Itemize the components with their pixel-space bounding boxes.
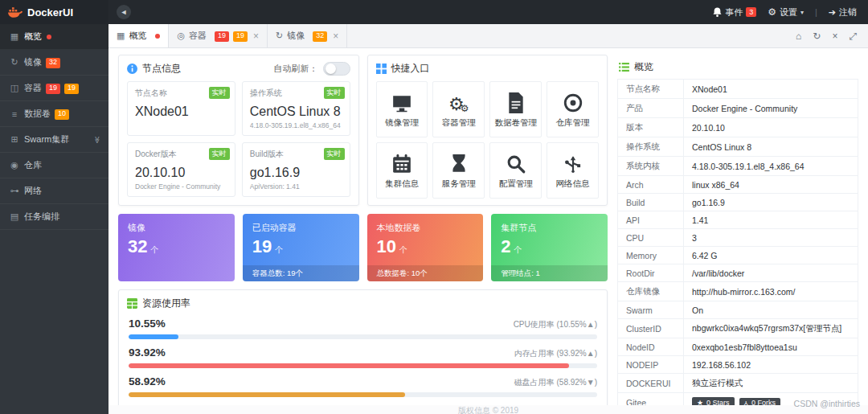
overview-row: API1.41 — [618, 211, 858, 229]
overview-row: DOCKERUI独立运行模式 — [618, 374, 858, 393]
overview-row-key: DOCKERUI — [618, 374, 684, 393]
sidebar-item-swarm[interactable]: ⊞ Swarm集群 ≫ — [0, 127, 108, 153]
tab-images[interactable]: ↻ 镜像 32 × — [268, 24, 347, 47]
tab-overview[interactable]: ▦ 概览 — [108, 24, 169, 47]
node-field-os: 操作系统 实时 CentOS Linux 8 4.18.0-305.19.1.e… — [242, 81, 350, 136]
home-icon[interactable]: ⌂ — [796, 31, 801, 42]
overview-row-key: RootDir — [618, 264, 684, 282]
card-title: 资源使用率 — [142, 297, 190, 310]
sidebar-item-registry[interactable]: ◉ 仓库 — [0, 153, 108, 178]
tab-bar: ▦ 概览 ◎ 容器 1919 × ↻ 镜像 32 × ⌂ ↻ × ⤢ — [108, 24, 868, 48]
watermark: CSDN @inthirties — [794, 399, 860, 408]
gear-icon: ⚙ — [768, 7, 776, 17]
realtime-badge: 实时 — [209, 87, 230, 99]
overview-row-value: 20.10.10 — [684, 118, 858, 137]
tab-label: 概览 — [129, 30, 146, 42]
overview-row-key: 节点名称 — [618, 80, 684, 99]
overview-row-value: 3 — [684, 229, 858, 247]
overview-row: ClusterIDnbgwrkc0ixa4wkq57rgrsm37x[管理节点] — [618, 319, 858, 338]
overview-row-key: 系统内核 — [618, 157, 684, 176]
overview-row-key: 产品 — [618, 99, 684, 118]
caret-down-icon: ▾ — [800, 9, 804, 16]
sidebar-item-label: 任务编排 — [24, 211, 59, 223]
auto-refresh-toggle[interactable] — [323, 62, 350, 76]
node-info-card: 节点信息 自动刷新： 节点名称 实时 XNode01 操作系统 — [118, 55, 359, 206]
overview-row: RootDir/var/lib/docker — [618, 264, 858, 282]
table-icon — [127, 298, 137, 309]
overview-row: NODEIP192.168.56.102 — [618, 356, 858, 374]
card-title: 快捷入口 — [391, 62, 430, 76]
sidebar-item-volumes[interactable]: ≡ 数据卷 10 — [0, 101, 108, 127]
fullscreen-icon[interactable]: ⤢ — [849, 31, 857, 42]
overview-row: CPU3 — [618, 229, 858, 247]
sidebar-item-label: 数据卷 — [24, 108, 51, 120]
overview-row-value: /var/lib/docker — [684, 264, 858, 282]
overview-row-value: 独立运行模式 — [684, 374, 858, 393]
list-icon — [619, 63, 629, 72]
overview-row: SwarmOn — [618, 301, 858, 319]
quick-entry-images[interactable]: 镜像管理 — [376, 81, 428, 137]
realtime-badge: 实时 — [209, 148, 230, 160]
layers-icon: ≡ — [8, 109, 21, 119]
close-icon[interactable]: × — [333, 31, 338, 42]
grid-icon: ▦ — [8, 31, 21, 42]
events-menu[interactable]: 事件 3 — [713, 6, 756, 18]
quick-entry-network[interactable]: 网络信息 — [547, 142, 599, 199]
chevron-left-icon: ◄ — [121, 8, 128, 16]
close-icon[interactable]: × — [832, 31, 837, 42]
sidebar-item-label: 概览 — [24, 31, 42, 43]
overview-row: 系统内核4.18.0-305.19.1.el8_4.x86_64 — [618, 157, 858, 176]
quick-entry-config[interactable]: 配置管理 — [489, 142, 542, 199]
stat-card-images[interactable]: 镜像 32个 — [118, 214, 235, 281]
progress-fill — [129, 334, 178, 339]
close-icon[interactable]: × — [253, 31, 259, 42]
sidebar-item-images[interactable]: ↻ 镜像 32 — [0, 50, 108, 76]
usb-icon — [563, 154, 583, 174]
sidebar-item-containers[interactable]: ◫ 容器 1919 — [0, 76, 108, 101]
settings-menu[interactable]: ⚙ 设置 ▾ — [768, 6, 804, 18]
stat-card-running-containers[interactable]: 已启动容器 19个 容器总数: 19个 — [243, 214, 359, 281]
sidebar-item-tasks[interactable]: ▤ 任务编排 — [0, 204, 108, 230]
memory-usage-meter: 93.92% 内存占用率 (93.92%▲) — [129, 346, 597, 368]
quick-entry-containers[interactable]: ⚙⚙ 容器管理 — [432, 81, 485, 137]
target-icon — [563, 92, 583, 113]
logout-button[interactable]: ➔ 注销 — [829, 6, 857, 18]
sidebar-item-label: 网络 — [24, 185, 42, 197]
sidebar-item-network[interactable]: ⊶ 网络 — [0, 178, 108, 204]
tab-containers[interactable]: ◎ 容器 1919 × — [169, 24, 268, 47]
quick-entry-volumes[interactable]: 数据卷管理 — [489, 81, 542, 137]
quick-entry-services[interactable]: 服务管理 — [432, 142, 485, 199]
monitor-icon — [391, 94, 412, 113]
quick-entry-card: 快捷入口 镜像管理 ⚙⚙ 容器管理 数据卷管理 — [367, 55, 608, 206]
hourglass-icon — [450, 154, 468, 174]
sidebar-item-label: 容器 — [24, 82, 42, 94]
overview-row-key: 仓库镜像 — [618, 282, 684, 301]
overview-row-value: CentOS Linux 8 — [684, 137, 858, 157]
stat-card-volumes[interactable]: 本地数据卷 10个 总数据卷: 10个 — [367, 214, 484, 281]
gears-icon: ⚙⚙ — [448, 91, 469, 113]
overview-row: Archlinux x86_64 — [618, 176, 858, 194]
cluster-icon: ⊞ — [8, 134, 21, 145]
refresh-icon[interactable]: ↻ — [813, 31, 821, 42]
overview-row-key: API — [618, 211, 684, 229]
realtime-badge: 实时 — [324, 87, 345, 99]
overview-row-value: 6.42 G — [684, 247, 858, 264]
quick-entry-cluster[interactable]: 集群信息 — [376, 142, 428, 199]
sidebar-item-overview[interactable]: ▦ 概览 — [0, 24, 108, 50]
alert-dot — [155, 34, 160, 39]
overview-row-value: nbgwrkc0ixa4wkq57rgrsm37x[管理节点] — [684, 319, 858, 338]
network-icon: ⊶ — [8, 186, 21, 196]
count-badge: 10 — [55, 109, 69, 120]
count-badge: 19 — [233, 31, 248, 42]
overview-table: 节点名称XNode01产品Docker Engine - Community版本… — [617, 79, 858, 408]
overview-row-key: 版本 — [618, 118, 684, 137]
grid-icon — [376, 64, 387, 74]
overview-row-key: Swarm — [618, 301, 684, 319]
sidebar-collapse-button[interactable]: ◄ — [117, 5, 131, 19]
overview-row-value: 4.18.0-305.19.1.el8_4.x86_64 — [684, 157, 858, 176]
app-logo[interactable]: DockerUI — [0, 0, 108, 24]
progress-track — [129, 392, 597, 397]
quick-entry-registry[interactable]: 仓库管理 — [547, 81, 599, 137]
badge-group: 1919 — [211, 30, 248, 41]
stat-card-cluster-nodes[interactable]: 集群节点 2个 管理结点: 1 — [491, 214, 608, 281]
